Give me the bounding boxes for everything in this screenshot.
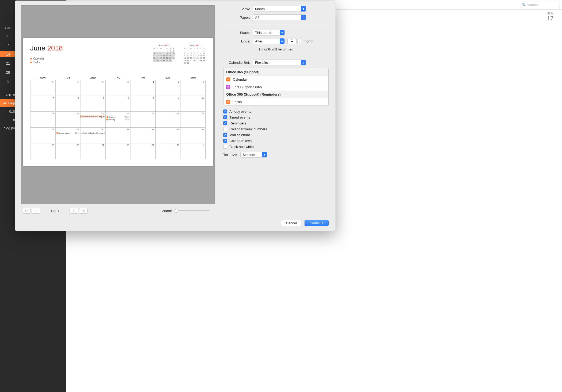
textsize-label: Text size: [223, 153, 238, 157]
calendar-list-label: Tasks [233, 100, 242, 104]
month-cell: 29 [56, 80, 81, 96]
option-label: All-day events [229, 109, 251, 113]
month-cell: 20□ Email Michael re blog post 09:00 [80, 128, 106, 143]
month-cell: 27 [80, 143, 106, 159]
weekday-header: WED [80, 76, 105, 80]
calset-select[interactable]: Flexibits [253, 60, 306, 65]
ends-select-value: After [255, 39, 262, 43]
print-option[interactable]: Reminders [223, 121, 329, 125]
month-cell: 6 [80, 96, 106, 112]
prev-page-button[interactable]: ‹ [32, 208, 40, 214]
chevron-updown-icon [301, 60, 306, 65]
checkbox[interactable] [226, 77, 230, 81]
option-label: Black and white [229, 145, 254, 149]
print-option[interactable]: Calendar week numbers [223, 127, 329, 131]
checkbox[interactable] [223, 109, 227, 113]
sidebar-thursday-label: THU [0, 27, 16, 30]
ends-label: Ends: [223, 39, 250, 43]
sidebar-day[interactable]: 21 [0, 60, 16, 66]
checkbox[interactable] [223, 115, 227, 119]
last-page-button[interactable]: »» [79, 208, 88, 214]
print-option[interactable]: Timed events [223, 115, 329, 119]
month-cell: 11 [30, 112, 56, 127]
calendar-list-item[interactable]: Test Support O365 [224, 83, 328, 91]
continue-button[interactable]: Continue [305, 220, 329, 226]
option-label: Mini calendar [229, 133, 250, 137]
month-count-input[interactable]: 1 [287, 38, 297, 44]
option-label: Calendar week numbers [229, 127, 267, 131]
sidebar-day[interactable]: 5 [0, 79, 16, 84]
print-option[interactable]: Calendar keys [223, 139, 329, 143]
checkbox[interactable] [223, 127, 227, 131]
weekday-header: TUE [55, 76, 80, 80]
starts-select[interactable]: This month [253, 30, 285, 36]
starts-label: Starts: [223, 31, 250, 35]
month-cell: 17 [180, 112, 206, 127]
sidebar-day[interactable]: 28 [0, 69, 16, 75]
month-cell: 1 [130, 80, 156, 96]
zoom-slider[interactable] [175, 210, 210, 211]
sidebar-event-snippet[interactable]: 018 [0, 107, 16, 116]
textsize-select[interactable]: Medium [240, 152, 267, 158]
month-cell: 21 [106, 128, 131, 143]
month-cell: 28 [30, 80, 56, 96]
sidebar-event-snippet[interactable]: /2018 [0, 91, 16, 99]
month-cell: 26 [56, 143, 81, 159]
month-cell: 31 [106, 80, 131, 96]
month-cell: 7 [106, 96, 131, 112]
print-option[interactable]: Black and white [223, 145, 329, 149]
weekday-header: MON [30, 76, 55, 80]
view-select[interactable]: Month [253, 6, 306, 12]
calendar-list-label: Calendar [233, 77, 247, 81]
first-page-button[interactable]: «« [22, 208, 31, 214]
print-preview: June 2018 CalendarTasks June 2018MTWTFSS… [21, 5, 215, 204]
next-page-button[interactable]: › [70, 208, 78, 214]
checkbox[interactable] [226, 85, 230, 89]
weekday-header: SAT [156, 76, 181, 80]
month-cell: 9 [156, 96, 181, 112]
month-cell: 16 [156, 112, 181, 127]
month-cell: 5 [56, 96, 81, 112]
sidebar-event-snippet[interactable]: blog po [0, 124, 16, 132]
month-cell: 30 [156, 143, 181, 159]
checkbox[interactable] [223, 133, 227, 137]
ends-select[interactable]: After [253, 38, 285, 44]
chevron-updown-icon [262, 152, 267, 157]
sidebar-day[interactable]: 7 [0, 42, 16, 48]
sidebar-day[interactable]: 14 [0, 51, 16, 57]
print-option[interactable]: Mini calendar [223, 133, 329, 137]
month-cell: 18 [30, 128, 56, 143]
page-month: June [30, 44, 45, 52]
sidebar-day[interactable]: 31 [0, 33, 16, 39]
textsize-select-value: Medium [243, 153, 255, 157]
weekday-header: FRI [130, 76, 156, 80]
calendar-list-item[interactable]: Calendar [224, 76, 328, 83]
month-cell: 24 [180, 128, 206, 143]
cancel-button[interactable]: Cancel [281, 220, 302, 226]
checkbox[interactable] [223, 145, 227, 149]
print-option[interactable]: All-day events [223, 109, 329, 113]
month-cell: 22 [130, 128, 156, 143]
month-cell: 2 [156, 80, 181, 96]
starts-select-value: This month [255, 31, 272, 35]
month-cell: 29 [130, 143, 156, 159]
month-cell: 13Write Fantastical Mac Help Book [80, 112, 106, 127]
month-cell: 19 Weekly review 15:10 [56, 128, 81, 143]
chevron-updown-icon [301, 6, 306, 11]
month-cell: 3 [180, 80, 206, 96]
month-cell: 4 [30, 96, 56, 112]
month-count-stepper[interactable]: ▲▼ [297, 38, 301, 44]
month-cell: 1 [180, 143, 206, 159]
sidebar-event-snippet[interactable]: 18 [0, 116, 16, 124]
calendar-list-item[interactable]: Tasks [224, 98, 328, 105]
zoom-label: Zoom: [162, 209, 172, 213]
print-summary: 1 month will be printed [223, 47, 329, 51]
checkbox[interactable] [223, 121, 227, 125]
sidebar-event-snippet[interactable]: ac Help [0, 99, 16, 107]
chevron-updown-icon [280, 30, 284, 35]
weekday-header: THU [105, 76, 130, 80]
month-cell: 15 [130, 112, 156, 127]
paper-select[interactable]: A4 [253, 14, 306, 20]
checkbox[interactable] [226, 100, 230, 104]
checkbox[interactable] [223, 139, 227, 143]
